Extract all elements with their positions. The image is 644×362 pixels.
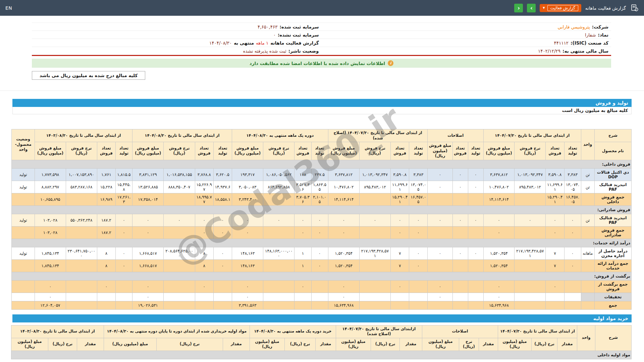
header-subcolumn: تعداد فروش: [452, 142, 468, 160]
section-row: فروش داخلی:: [12, 160, 632, 168]
value-cell: ۲۳۷.۵: [311, 168, 328, 181]
amounts-unit-row: کلیه مبالغ به میلیون ریال است: [12, 107, 632, 114]
value-cell: ۱۳,۰۷۴.۰۵: [409, 181, 428, 193]
unit-cell: تن: [581, 168, 594, 181]
value-cell: ۱۵,۲۲۸: [97, 181, 115, 193]
value-cell: ۰: [115, 259, 132, 272]
row-label: انیدرید فتالیک PAF: [594, 214, 631, 226]
value-cell: ۷: [391, 259, 409, 272]
header-unit: واحد: [577, 325, 595, 351]
header-period-group: از ابتدای سال مالی تا تاریخ ۱۴۰۴/۰۸/۳۰: [132, 129, 232, 142]
status-cell: [12, 301, 35, 309]
status-cell: [12, 293, 35, 301]
info-label: سرمایه ثبت نشده:: [278, 32, 319, 38]
header-subcolumn: تعداد فروش: [546, 142, 564, 160]
value-cell: [213, 280, 232, 293]
value-cell: [164, 301, 195, 309]
value-cell: ۱۲,۶۰۴,۰۵۷: [35, 301, 66, 309]
value-cell: ۰: [546, 280, 564, 293]
header-subcolumn: نرخ (ریال): [371, 338, 399, 351]
value-cell: ۰: [115, 214, 132, 226]
section-label: فروش داخلی:: [12, 160, 632, 168]
status-cell: [12, 280, 35, 293]
next-report-button[interactable]: ›: [527, 4, 536, 12]
page-divider: [0, 90, 644, 91]
value-cell: ۱,۵۲۰,۳۵۴: [483, 259, 514, 272]
value-cell: [515, 226, 546, 239]
value-cell: ۰: [263, 214, 294, 226]
value-cell: [452, 280, 468, 293]
value-cell: [391, 301, 409, 309]
value-cell: [428, 301, 452, 309]
value-cell: [391, 293, 409, 301]
info-label: گزارش فعالیت ماهانه: [270, 40, 319, 46]
value-cell: [263, 226, 294, 239]
value-cell: ۱,۷۷۳,۵۹۸: [35, 168, 66, 181]
value-cell: [468, 193, 483, 205]
value-cell: [195, 301, 213, 309]
value-cell: ۱,۰۰۷,۱۵۳,۸۹۰: [66, 168, 97, 181]
value-cell: [428, 259, 452, 272]
value-cell: [66, 301, 97, 309]
value-cell: ۰: [195, 280, 213, 293]
header-subcolumn: مقدار: [557, 338, 577, 351]
info-label: منتهی به: [234, 40, 254, 46]
value-cell: [515, 259, 546, 272]
header-subcolumn: تعداد تولید: [564, 142, 581, 160]
header-period-group: ازابتدای سال مالی تا تاریخ ۱۴۰۴/۰۷/۳۰ (ا…: [336, 325, 422, 338]
production-sales-section: تولید و فروش کلیه مبالغ به میلیون ریال ا…: [12, 99, 632, 310]
value-cell: ۱۰۳,۰۲۸: [35, 226, 66, 239]
header-subcolumn: مبلغ (میلیون ریال): [336, 338, 371, 351]
company-info-row: سال مالی منتهی به:۱۴۰۲/۱۲/۲۹: [322, 47, 611, 55]
value-cell: ۸: [195, 259, 213, 272]
value-cell: ۰: [328, 214, 359, 226]
value-cell: [468, 280, 483, 293]
value-cell: [263, 301, 294, 309]
value-cell: [546, 293, 564, 301]
value-cell: ۰: [564, 214, 581, 226]
value-cell: ۰: [452, 168, 468, 181]
value-cell: ۱,۵۲۰,۳۵۴: [328, 247, 359, 259]
value-cell: [164, 293, 195, 301]
value-cell: ۱,۸۴۵,۱۳۴: [35, 247, 66, 259]
info-label: سال مالی منتهی به:: [562, 48, 608, 54]
company-info-right: شرکت:پتروشيمي فارابينماد:شفاراکد صنعت (I…: [322, 23, 611, 55]
red-divider: [32, 55, 611, 56]
value-cell: ۰: [115, 247, 132, 259]
header-subcolumn: تعداد تولید: [468, 142, 483, 160]
value-cell: [97, 301, 115, 309]
value-cell: [263, 280, 294, 293]
value-cell: ۰: [468, 214, 483, 226]
header-subcolumn: مقدار: [399, 338, 422, 351]
report-type-dropdown[interactable]: گزارش فعالیت ▼: [540, 4, 581, 12]
value-cell: ۰: [294, 214, 311, 226]
header-subcolumn: نرخ (ریال): [156, 338, 223, 351]
unit-cell: تن: [581, 181, 594, 193]
header-subcolumn: نرخ فروش (ریال): [164, 142, 195, 160]
section-label: فروش صادراتی:: [12, 205, 632, 214]
language-toggle-en[interactable]: EN: [5, 5, 12, 11]
production-sales-table: شرحواحداز ابتدای سال مالی تا تاریخ ۱۴۰۴/…: [11, 129, 632, 310]
value-cell: [452, 193, 468, 205]
value-cell: ۳,۶۲۰.۵: [213, 168, 232, 181]
value-cell: [115, 280, 132, 293]
raw-materials-table: شرحواحداز ابتدای سال مالی تا تاریخ ۱۴۰۴/…: [11, 325, 632, 359]
value-cell: [115, 301, 132, 309]
report-document-icon[interactable]: [630, 4, 639, 12]
value-cell: ۱۶,۹۸۹: [97, 193, 115, 205]
value-cell: ۰: [232, 293, 263, 301]
value-cell: ۰: [409, 259, 428, 272]
value-cell: ۰: [232, 280, 263, 293]
prev-report-button[interactable]: ‹: [514, 4, 523, 12]
value-cell: [468, 226, 483, 239]
value-cell: ۱۵,۴۴۵.۸: [115, 181, 132, 193]
header-subcolumn: مبلغ (میلیون ریال): [11, 338, 48, 351]
value-cell: ۱,۶۶۸,۵۱۷: [132, 259, 164, 272]
header-subcolumn: مبلغ فروش (میلیون ریال): [328, 142, 359, 160]
value-cell: ۳,۵۹۰.۸: [546, 168, 564, 181]
value-cell: [213, 293, 232, 301]
header-subcolumn: مبلغ فروش (میلیون ریال): [428, 142, 452, 160]
value-cell: [359, 280, 390, 293]
raw-materials-section: خرید مواد اولیه شرحواحداز ابتدای سال مال…: [12, 314, 632, 359]
info-value: ۰: [273, 32, 276, 38]
